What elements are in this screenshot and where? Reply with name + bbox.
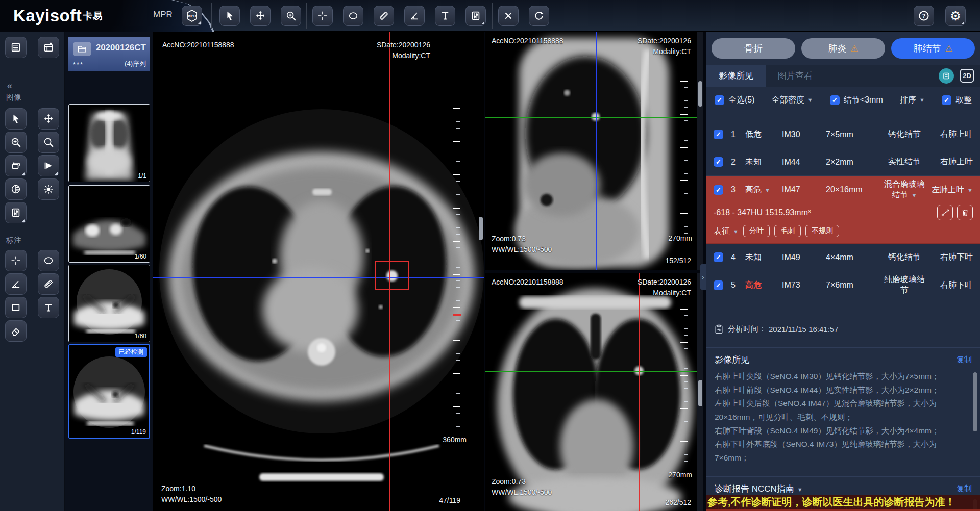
trash-icon: [961, 208, 970, 217]
chevron-down-icon: [807, 97, 813, 103]
nodule-row-4[interactable]: 4 未知 IM49 4×4mm 钙化结节 右肺下叶: [706, 244, 980, 271]
density-dropdown[interactable]: 全部密度: [772, 95, 813, 106]
nodule-row-5[interactable]: 5 高危 IM73 7×6mm 纯磨玻璃结节 右肺下叶: [706, 271, 980, 299]
rail-text-button[interactable]: [38, 297, 59, 318]
rail-ellipse-button[interactable]: [38, 250, 59, 271]
help-button[interactable]: ?: [914, 6, 934, 26]
chevron-down-icon: [797, 487, 803, 493]
rail-magnify-button[interactable]: [38, 132, 59, 153]
rail-brightness-button[interactable]: [38, 178, 59, 200]
viewport-axial[interactable]: 360mm AccNO:202101158888 SDate:20200126M…: [153, 32, 484, 511]
row-checkbox[interactable]: [714, 280, 723, 290]
thumbnail-series-4-selected[interactable]: 已经检测 1/119: [68, 344, 150, 439]
rail-window-level-button[interactable]: [5, 202, 27, 223]
row-checkbox[interactable]: [714, 252, 723, 262]
ai-result-panel: 骨折 肺炎⚠ 肺结节⚠ 影像所见 图片查看 2D 全选(5) 全部密度 结节<3…: [706, 32, 980, 511]
delete-annotation-button[interactable]: [498, 6, 519, 26]
close-layout-button[interactable]: [38, 37, 59, 58]
trait-tag[interactable]: 不规则: [805, 225, 839, 237]
axial-scrollbar-handle[interactable]: [479, 217, 483, 240]
pointer-tool-button[interactable]: [219, 6, 240, 26]
nodule-row-2[interactable]: 2 未知 IM44 2×2mm 实性结节 右肺上叶: [706, 148, 980, 176]
study-header[interactable]: 20200126CT *** (4)序列: [68, 37, 150, 71]
rail-angle-button[interactable]: [5, 273, 27, 295]
guideline-dropdown[interactable]: NCCN指南: [752, 484, 803, 494]
type-dropdown[interactable]: 混合磨玻璃结节: [883, 179, 926, 200]
thumbnail-index: 1/1: [138, 172, 146, 180]
zoom-wwwl: Zoom:0.73WW/WL:1500/-500: [492, 476, 552, 498]
copy-findings-link[interactable]: 复制: [957, 355, 972, 365]
tab-findings[interactable]: 影像所见: [706, 65, 766, 87]
rail-eraser-button[interactable]: [5, 320, 27, 342]
tab-lung-nodule[interactable]: 肺结节⚠: [891, 38, 975, 59]
rail-rectangle-button[interactable]: [5, 297, 27, 318]
rail-pointer-button[interactable]: [5, 108, 27, 130]
scale-label: 270mm: [668, 233, 692, 244]
row-checkbox[interactable]: [714, 130, 723, 139]
round-checkbox[interactable]: [942, 95, 951, 105]
scale-label: 270mm: [668, 470, 692, 480]
small-nodule-checkbox-group[interactable]: 结节<3mm: [830, 95, 883, 106]
trait-tag[interactable]: 分叶: [743, 225, 770, 237]
rail-rotate-button[interactable]: [5, 155, 27, 176]
angle-tool-button[interactable]: [404, 6, 425, 26]
zoom-tool-button[interactable]: [281, 6, 301, 26]
ai-report-button[interactable]: [939, 68, 954, 84]
coronal-scrollbar-handle[interactable]: [698, 380, 702, 406]
rail-zoom-in-button[interactable]: [5, 132, 27, 153]
ruler-tool-button[interactable]: [374, 6, 394, 26]
viewport-coronal[interactable]: 270mm AccNO:202101158888 SDate:20200126M…: [485, 273, 703, 511]
tab-pneumonia[interactable]: 肺炎⚠: [801, 38, 885, 59]
rail-ruler-button[interactable]: [38, 273, 59, 295]
panel-collapse-handle[interactable]: ›: [700, 264, 706, 290]
rail-crosshair-button[interactable]: [5, 250, 27, 271]
tab-fracture[interactable]: 骨折: [712, 38, 795, 59]
thumbnail-series-3[interactable]: 1/60: [68, 265, 150, 342]
traits-dropdown[interactable]: 表征: [714, 226, 739, 237]
thumbnail-series-2[interactable]: 1/60: [68, 185, 150, 263]
study-date: SDate:20200126Modality:CT: [638, 36, 691, 57]
nodule-row-1[interactable]: 1 低危 IM30 7×5mm 钙化结节 右肺上叶: [706, 121, 980, 148]
collapse-rail-button[interactable]: «: [7, 81, 12, 91]
sagittal-scrollbar-handle[interactable]: [698, 81, 702, 107]
followup-track-button[interactable]: [937, 205, 953, 220]
section-label-annotations: 标注: [6, 236, 21, 245]
delete-nodule-button[interactable]: [957, 205, 973, 220]
select-all-checkbox-group[interactable]: 全选(5): [715, 95, 755, 106]
tab-image-view[interactable]: 图片查看: [766, 65, 825, 87]
rail-cine-button[interactable]: [38, 155, 59, 176]
reset-rotate-button[interactable]: [529, 6, 549, 26]
round-checkbox-group[interactable]: 取整: [942, 95, 972, 106]
nodule-roi-box[interactable]: [375, 261, 409, 290]
series-list-button[interactable]: [5, 37, 27, 58]
sort-dropdown[interactable]: 排序: [900, 95, 925, 106]
row-checkbox[interactable]: [714, 157, 723, 167]
copy-report-link[interactable]: 复制: [957, 484, 972, 494]
viewport-sagittal[interactable]: 270mm AccNO:202101158888 SDate:20200126M…: [485, 32, 703, 270]
sagittal-scroll-track[interactable]: [697, 32, 703, 270]
select-all-checkbox[interactable]: [715, 95, 724, 105]
2d-mode-button[interactable]: 2D: [960, 69, 974, 83]
findings-scrollbar-handle[interactable]: [973, 372, 977, 431]
mpr-layout-button[interactable]: MPR: [182, 6, 202, 26]
modality: Modality:CT: [653, 289, 691, 297]
settings-button[interactable]: ⚙: [945, 6, 966, 26]
window-level-tool-button[interactable]: [465, 6, 486, 26]
ellipse-tool-button[interactable]: [343, 6, 363, 26]
rail-invert-button[interactable]: [5, 178, 27, 200]
zoom-wwwl: Zoom:0.73WW/WL:1500/-500: [492, 234, 552, 255]
thumbnail-scout[interactable]: 1/1: [68, 104, 150, 182]
small-nodule-checkbox[interactable]: [830, 95, 840, 105]
crosshair-tool-button[interactable]: [312, 6, 333, 26]
location-dropdown[interactable]: 左肺上叶: [926, 185, 973, 195]
row-checkbox[interactable]: [714, 185, 723, 195]
text-tool-button[interactable]: [435, 6, 455, 26]
crosshair-icon: [317, 10, 328, 21]
rail-pan-button[interactable]: [38, 108, 59, 130]
nodule-row-3-selected[interactable]: 3 高危 IM47 20×16mm 混合磨玻璃结节 左肺上叶 -618 - 34…: [706, 176, 980, 244]
pan-tool-button[interactable]: [250, 6, 271, 26]
open-study-button[interactable]: [73, 42, 91, 56]
ct-thumb-image: [69, 345, 149, 438]
trait-tag[interactable]: 毛刺: [774, 225, 801, 237]
risk-dropdown[interactable]: 高危: [745, 185, 782, 195]
